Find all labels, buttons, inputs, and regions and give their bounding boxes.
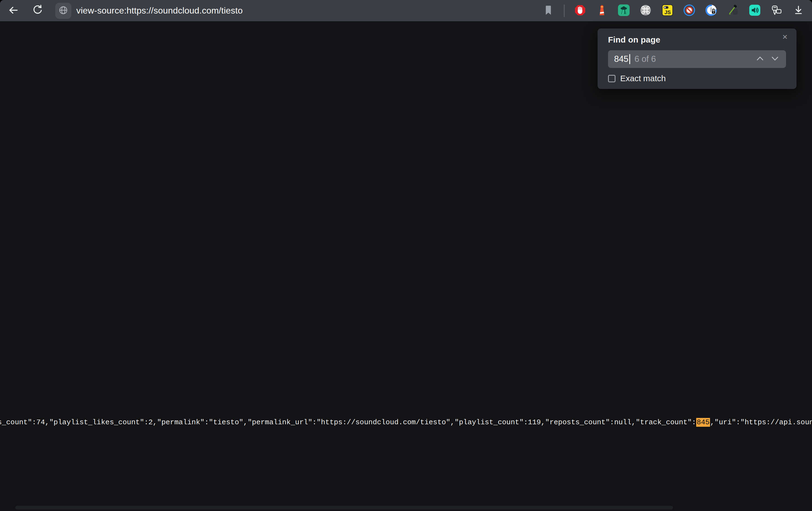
extension-password-lock[interactable] xyxy=(705,4,718,17)
bookmark-button[interactable] xyxy=(542,4,555,17)
download-arrow-icon xyxy=(792,4,805,18)
back-button[interactable] xyxy=(6,4,21,18)
page-content: s_count":74,"playlist_likes_count":2,"pe… xyxy=(0,21,812,511)
find-active-match: 845 xyxy=(696,418,710,427)
extension-command[interactable] xyxy=(639,4,652,17)
extension-blocker[interactable] xyxy=(683,4,696,17)
js-toggle-icon: JS xyxy=(661,4,674,18)
no-entry-icon xyxy=(683,4,696,18)
exact-match-label: Exact match xyxy=(620,74,666,83)
passwords-button[interactable] xyxy=(770,4,783,17)
download-button[interactable] xyxy=(792,4,805,17)
toolbar-divider xyxy=(564,4,564,17)
site-icon-chip xyxy=(55,3,71,19)
browser-toolbar: view-source:https://soundcloud.com/tiest… xyxy=(0,0,812,21)
command-key-icon xyxy=(639,4,652,18)
previous-match-button[interactable] xyxy=(754,54,766,65)
find-panel-title: Find on page xyxy=(608,35,786,44)
chevron-up-icon xyxy=(755,54,765,64)
url-bar[interactable]: view-source:https://soundcloud.com/tiest… xyxy=(55,3,243,19)
eyedropper-icon xyxy=(727,4,739,18)
globe-site-icon xyxy=(57,4,69,18)
source-after: ,"uri":"https://api.sound xyxy=(710,418,812,426)
lock-ring-icon xyxy=(705,4,718,18)
text-caret xyxy=(629,54,630,64)
key-card-icon xyxy=(770,4,783,18)
find-input[interactable]: 845 6 of 6 xyxy=(608,50,786,68)
source-before: s_count":74,"playlist_likes_count":2,"pe… xyxy=(0,418,696,426)
find-on-page-panel: Find on page × 845 6 of 6 xyxy=(598,28,796,89)
lighthouse-icon xyxy=(596,4,608,18)
exact-match-row: Exact match xyxy=(608,74,786,83)
exact-match-checkbox[interactable] xyxy=(608,75,615,82)
extension-eyedropper[interactable] xyxy=(727,4,739,17)
toolbar-extensions-area: JS xyxy=(542,4,812,17)
reload-icon xyxy=(31,4,44,18)
back-arrow-icon xyxy=(7,4,20,18)
extension-lighthouse[interactable] xyxy=(596,4,608,17)
extension-ufo[interactable] xyxy=(617,4,630,17)
extension-adblock[interactable] xyxy=(574,4,586,17)
extension-disable-javascript[interactable]: JS xyxy=(661,4,674,17)
match-count: 6 of 6 xyxy=(635,54,656,64)
find-query-text: 845 xyxy=(614,54,629,64)
js-badge-text: JS xyxy=(664,9,671,15)
browser-window: view-source:https://soundcloud.com/tiest… xyxy=(0,0,812,511)
close-icon[interactable]: × xyxy=(779,31,790,42)
horizontal-scrollbar[interactable] xyxy=(15,506,673,510)
ufo-icon xyxy=(617,4,630,18)
view-source-text: s_count":74,"playlist_likes_count":2,"pe… xyxy=(0,417,812,428)
next-match-button[interactable] xyxy=(769,54,781,65)
stop-hand-octagon-icon xyxy=(574,4,586,18)
extension-volume[interactable] xyxy=(748,4,761,17)
speaker-icon xyxy=(748,4,761,18)
bookmark-icon xyxy=(542,4,555,18)
chevron-down-icon xyxy=(770,54,780,64)
reload-button[interactable] xyxy=(30,4,45,18)
url-text[interactable]: view-source:https://soundcloud.com/tiest… xyxy=(76,5,243,16)
